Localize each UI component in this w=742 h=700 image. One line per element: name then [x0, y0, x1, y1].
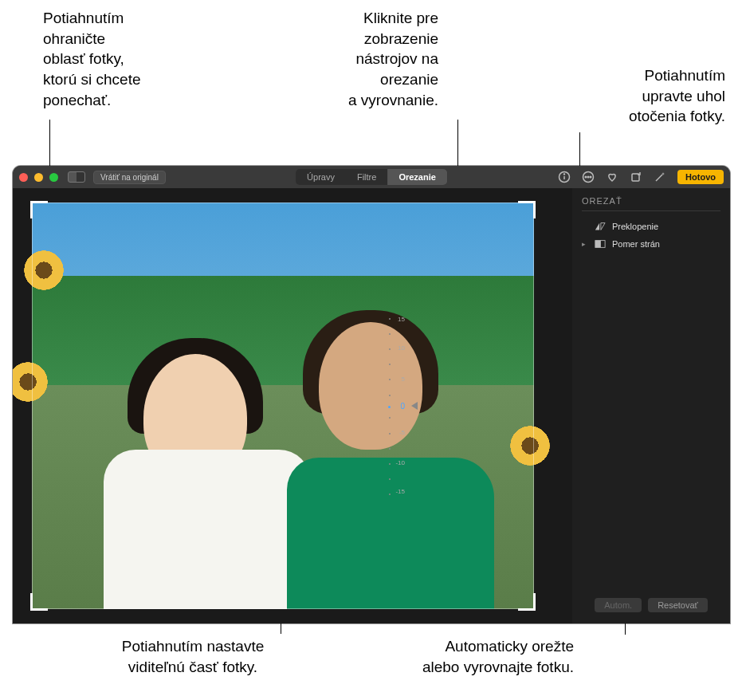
- crop-sidebar: OREZAŤ Preklopenie ▸ Pomer strán Autom. …: [572, 188, 730, 623]
- photo-content: [104, 322, 295, 609]
- sidebar-toggle-icon[interactable]: [68, 171, 85, 183]
- aspect-ratio-label: Pomer strán: [612, 239, 660, 249]
- crop-handle-bottom-left[interactable]: [30, 593, 48, 611]
- photo-preview[interactable]: [32, 203, 534, 609]
- fullscreen-window-button[interactable]: [49, 173, 58, 182]
- rotation-dial[interactable]: 15 10 5 0 -5 -10 -15: [373, 310, 413, 501]
- favorite-heart-icon[interactable]: [606, 171, 618, 183]
- reset-crop-button[interactable]: Resetovať: [648, 598, 708, 612]
- dial-tick-label: -5: [399, 429, 405, 436]
- rotate-icon[interactable]: [630, 171, 642, 183]
- disclosure-chevron-icon: ▸: [582, 240, 588, 248]
- close-window-button[interactable]: [19, 173, 28, 182]
- callout-auto-crop: Automaticky orežtealebo vyrovnajte fotku…: [367, 636, 574, 677]
- flip-icon: [595, 222, 606, 231]
- svg-point-2: [564, 174, 565, 175]
- callout-crop-tools: Kliknite prezobrazenienástrojov naorezan…: [303, 8, 438, 110]
- dial-tick-label: 0: [400, 402, 405, 411]
- sidebar-title: OREZAŤ: [582, 196, 720, 211]
- tab-adjust[interactable]: Úpravy: [296, 169, 346, 185]
- dial-tick-label: -15: [395, 488, 405, 495]
- photo-canvas-area: 15 10 5 0 -5 -10 -15: [13, 188, 572, 623]
- dial-tick-label: 10: [398, 344, 405, 352]
- crop-handle-bottom-right[interactable]: [518, 593, 536, 611]
- info-icon[interactable]: [558, 171, 571, 183]
- auto-crop-button[interactable]: Autom.: [595, 598, 642, 612]
- done-button[interactable]: Hotovo: [677, 170, 724, 184]
- aspect-ratio-control[interactable]: ▸ Pomer strán: [582, 235, 720, 253]
- aspect-ratio-icon: [595, 239, 606, 249]
- callout-drag-visible: Potiahnutím nastavteviditeľnú časť fotky…: [89, 636, 296, 677]
- dial-pointer-icon: [411, 402, 418, 410]
- app-window: Vrátiť na originál Úpravy Filtre Orezani…: [13, 166, 730, 623]
- dial-tick-label: 15: [398, 316, 405, 323]
- flip-control[interactable]: Preklopenie: [582, 218, 720, 235]
- callout-crop-bounds: Potiahnutímohraničteoblasť fotky,ktorú s…: [43, 8, 179, 110]
- auto-enhance-wand-icon[interactable]: [654, 171, 666, 183]
- revert-to-original-button[interactable]: Vrátiť na originál: [93, 171, 166, 184]
- crop-handle-top-left[interactable]: [30, 201, 48, 218]
- tab-filters[interactable]: Filtre: [346, 169, 387, 185]
- photo-content: [510, 426, 550, 466]
- toolbar: Vrátiť na originál Úpravy Filtre Orezani…: [13, 166, 730, 188]
- crop-handle-top-right[interactable]: [518, 201, 536, 218]
- window-controls: [19, 173, 58, 182]
- minimize-window-button[interactable]: [34, 173, 43, 182]
- flip-label: Preklopenie: [612, 222, 658, 231]
- photo-content: [13, 362, 48, 402]
- dial-tick-label: -10: [395, 459, 405, 466]
- more-options-icon[interactable]: [582, 171, 595, 183]
- svg-line-8: [656, 175, 662, 181]
- svg-point-6: [590, 176, 591, 178]
- svg-rect-10: [595, 241, 601, 248]
- svg-point-4: [585, 176, 587, 178]
- callout-rotate-angle: Potiahnutímupravte uholotočenia fotky.: [606, 65, 725, 127]
- dial-tick-label: 5: [402, 376, 405, 383]
- photo-content: [24, 250, 64, 290]
- svg-point-5: [587, 176, 589, 178]
- tab-crop[interactable]: Orezanie: [387, 169, 446, 185]
- callout-line: [457, 120, 458, 171]
- edit-mode-segmented-control: Úpravy Filtre Orezanie: [296, 169, 447, 185]
